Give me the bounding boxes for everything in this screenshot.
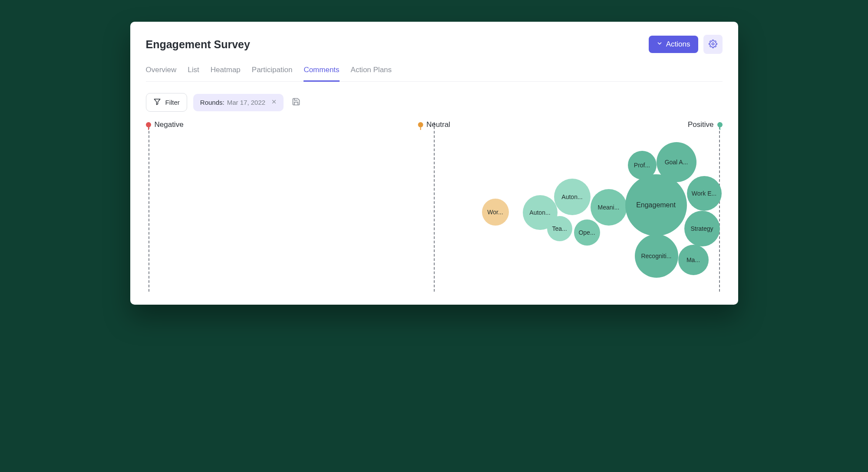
bubble-tea[interactable]: Tea... xyxy=(547,216,572,241)
bubble-work-e[interactable]: Work E... xyxy=(687,176,722,211)
axis-label-negative: Negative xyxy=(146,120,184,129)
bubble-ma[interactable]: Ma... xyxy=(678,245,709,275)
tab-comments[interactable]: Comments xyxy=(304,63,339,82)
svg-marker-1 xyxy=(154,99,160,105)
tab-overview[interactable]: Overview xyxy=(146,63,177,82)
close-icon xyxy=(271,99,277,106)
bubble-ope[interactable]: Ope... xyxy=(574,219,600,246)
bubble-wor[interactable]: Wor... xyxy=(482,199,509,226)
tab-participation[interactable]: Participation xyxy=(252,63,293,82)
settings-button[interactable] xyxy=(703,35,723,54)
actions-button-label: Actions xyxy=(666,40,690,49)
bubble-recognition[interactable]: Recogniti... xyxy=(635,234,678,278)
gear-icon xyxy=(709,40,717,50)
header: Engagement Survey Actions xyxy=(146,35,723,54)
bubble-meaning[interactable]: Meani... xyxy=(591,189,627,226)
axis-label-positive: Positive xyxy=(688,120,723,129)
save-view-button[interactable] xyxy=(290,96,303,109)
axis-label-negative-text: Negative xyxy=(155,120,184,129)
filter-button-label: Filter xyxy=(165,99,180,106)
bubble-auton-2[interactable]: Auton... xyxy=(554,179,591,215)
survey-card: Engagement Survey Actions Overview List … xyxy=(130,22,738,305)
tab-action-plans[interactable]: Action Plans xyxy=(351,63,392,82)
tabs: Overview List Heatmap Participation Comm… xyxy=(146,63,723,82)
filter-chip-remove[interactable] xyxy=(270,98,278,107)
tab-heatmap[interactable]: Heatmap xyxy=(211,63,241,82)
bubble-engagement[interactable]: Engagement xyxy=(625,174,687,236)
filter-icon xyxy=(153,98,161,107)
filter-chip-rounds[interactable]: Rounds: Mar 17, 2022 xyxy=(193,94,284,111)
chevron-down-icon xyxy=(657,40,663,49)
filter-button[interactable]: Filter xyxy=(146,93,187,112)
pin-negative-icon xyxy=(146,122,151,127)
pin-neutral-icon xyxy=(418,122,423,127)
actions-button[interactable]: Actions xyxy=(649,36,698,53)
axis-label-positive-text: Positive xyxy=(688,120,714,129)
pin-positive-icon xyxy=(717,122,723,127)
svg-point-0 xyxy=(712,43,714,45)
axis-label-neutral: Neutral xyxy=(418,120,450,129)
tab-list[interactable]: List xyxy=(188,63,199,82)
bubbles: Wor... Auton... Auton... Tea... Meani...… xyxy=(146,133,723,292)
sentiment-chart: Negative Neutral Positive Wor... Auton..… xyxy=(146,122,723,292)
axis-label-neutral-text: Neutral xyxy=(426,120,450,129)
filter-row: Filter Rounds: Mar 17, 2022 xyxy=(146,93,723,112)
bubble-strategy[interactable]: Strategy xyxy=(684,211,720,246)
filter-chip-label: Rounds: xyxy=(200,99,224,106)
save-icon xyxy=(292,97,300,108)
header-actions: Actions xyxy=(649,35,723,54)
filter-chip-value: Mar 17, 2022 xyxy=(227,99,265,106)
page-title: Engagement Survey xyxy=(146,38,250,51)
